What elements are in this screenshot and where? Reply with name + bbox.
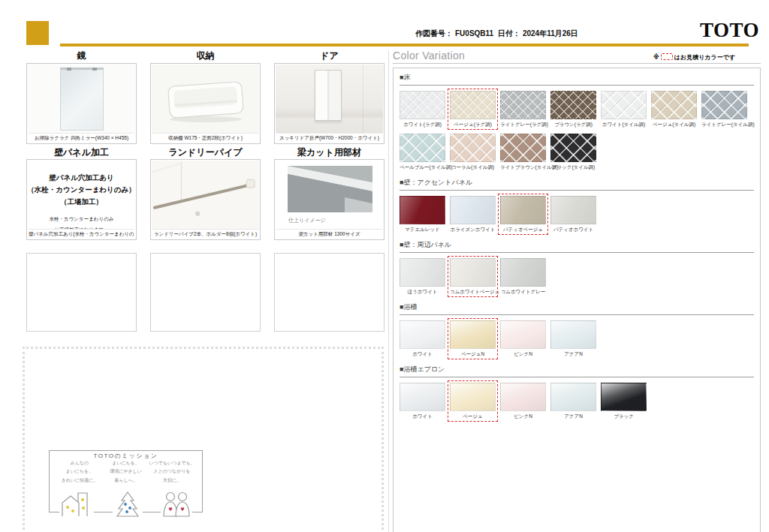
color-swatch-label: コムホワイトベージュ	[450, 289, 496, 296]
color-swatch-cell: コーラル(タイル調)	[450, 134, 496, 171]
color-swatch-cell: ホワイト	[400, 383, 445, 420]
color-swatch-label: ベージュN	[450, 351, 496, 358]
date-label: 日付：	[498, 29, 520, 38]
empty-box	[274, 253, 384, 332]
product-caption-wall-panel: 壁パネル穴加工あり(水栓・カウンターまわりのみ)	[29, 229, 134, 238]
color-swatch	[400, 196, 445, 224]
product-box-door: スッキリドア折戸(W700・H2000・ホワイト)	[274, 63, 384, 144]
header-gold-bar	[60, 44, 749, 47]
color-swatch-cell: ライトグレー(タイル調)	[701, 91, 747, 128]
people-icon	[161, 490, 192, 517]
floor-swatch-row-2: ペールブルー(タイル調)コーラル(タイル調)ライトブラウン(タイル調)ブラック(…	[400, 134, 754, 171]
mission-column-1: みんなの まいにちを、 きれいに快適に。	[56, 459, 103, 485]
color-swatch-cell: ほうホワイト	[400, 258, 445, 296]
color-swatch	[550, 383, 596, 411]
color-swatch	[400, 134, 445, 162]
cutout-area: TOTOのミッション みんなの まいにちを、 きれいに快適に。 まいにちを、 環…	[23, 347, 384, 532]
product-title-laundry-pipe: ランドリーパイプ	[150, 146, 261, 159]
color-swatch-label: コムホワイトグレー	[500, 289, 546, 296]
brand-square	[26, 21, 49, 45]
color-swatch-label: ピンクN	[500, 351, 546, 358]
beam-cut-graphic	[288, 166, 372, 212]
beam-finish-note: 仕上りイメージ	[288, 217, 326, 224]
section-rule	[400, 314, 754, 315]
color-swatch	[500, 196, 546, 224]
product-box-laundry-pipe: ランドリーパイプ2本、ホルダー8個(ホワイト)	[150, 159, 261, 240]
color-swatch-cell: ベージュN	[450, 320, 496, 358]
product-caption-mirror: お掃除ラクラク 四角ミラー(W340 × H455)	[29, 133, 134, 142]
color-swatch-label: コーラル(タイル調)	[450, 164, 496, 171]
tree-icon	[113, 490, 143, 517]
color-swatch-cell: ピンクN	[500, 320, 546, 358]
color-swatch	[651, 91, 697, 119]
bathtub-swatch-row: ホワイトベージュNピンクNアクアN	[400, 320, 754, 358]
empty-box	[26, 253, 137, 332]
color-swatch-label: ブラック	[601, 413, 647, 420]
color-swatch	[601, 91, 647, 119]
mission-line: きれいに快適に。	[56, 476, 103, 485]
storage-image	[152, 65, 259, 133]
section-rule	[400, 85, 754, 86]
section-heading-floor: ■床	[400, 73, 754, 83]
wall-panel-main-text: 壁パネル穴加工あり （水栓・カウンターまわりのみ） （工場加工）	[27, 172, 136, 208]
apron-swatch-row: ホワイトベージュピンクNアクアNブラック	[400, 383, 754, 420]
color-swatch-cell: ピンクN	[500, 383, 546, 420]
product-box-mirror: お掃除ラクラク 四角ミラー(W340 × H455)	[26, 63, 137, 144]
color-swatch	[450, 91, 496, 119]
color-swatch	[400, 320, 445, 349]
color-swatch-cell: ブラウン(ラグ調)	[550, 91, 596, 128]
empty-box	[150, 253, 261, 332]
color-swatch-cell: ライトブラウン(タイル調)	[500, 134, 546, 171]
product-caption-beam-cut: 梁カット用部材 1300サイズ	[276, 229, 382, 238]
section-heading-bathtub: ■浴槽	[400, 302, 754, 312]
section-heading-apron: ■浴槽エプロン	[400, 365, 754, 374]
color-variation-title: Color Variation	[393, 50, 465, 62]
color-swatch-label: ホライズンホワイト	[450, 227, 496, 233]
color-swatch-label: ベージュ(ラグ調)	[450, 122, 496, 128]
color-swatch-label: アクアN	[550, 413, 596, 420]
section-rule	[400, 252, 754, 253]
color-swatch-label: ブラック(タイル調)	[550, 164, 596, 171]
color-swatch-cell: ホワイト(タイル調)	[601, 91, 647, 128]
mission-column-2: まいにちを、 環境にやさしい 暮らしへ。	[103, 459, 149, 485]
color-swatch-cell: アクアN	[550, 320, 596, 358]
color-swatch	[400, 383, 445, 411]
color-swatch-label: ペールブルー(タイル調)	[400, 164, 445, 171]
color-swatch-cell: ホワイト	[400, 320, 445, 358]
color-swatch-cell: ブラック(タイル調)	[550, 134, 596, 171]
legend-text: はお見積りカラーです	[674, 54, 735, 61]
door-graphic	[315, 70, 342, 121]
color-swatch-cell: ペールブルー(タイル調)	[400, 134, 445, 171]
color-swatch	[500, 134, 546, 162]
color-swatch-cell: ライトグレー(ラグ調)	[500, 91, 546, 128]
wall-panel-note1: 水栓・カウンターまわりのみ	[27, 214, 136, 224]
legend-prefix: ※	[653, 54, 659, 61]
wall-panel-line2: （水栓・カウンターまわりのみ）	[27, 184, 136, 196]
section-rule	[400, 377, 754, 377]
color-swatch	[550, 134, 596, 162]
section-heading-accent-panel: ■壁：アクセントパネル	[400, 178, 754, 188]
mirror-image	[28, 65, 135, 133]
toto-logo: TOTO	[700, 19, 759, 42]
wall-panel-line1: 壁パネル穴加工あり	[27, 172, 136, 184]
door-image	[276, 65, 383, 133]
doc-number-value: FU0SQB11	[455, 29, 493, 38]
mission-box: TOTOのミッション みんなの まいにちを、 きれいに快適に。 まいにちを、 環…	[49, 450, 203, 512]
product-title-wall-panel: 壁パネル加工	[26, 146, 137, 159]
estimate-color-sample-box	[661, 53, 673, 60]
color-swatch-cell: コムホワイトグレー	[500, 258, 546, 296]
color-swatch	[450, 196, 496, 224]
mission-line: まいにちを、	[56, 467, 103, 476]
color-swatch-label: ライトグレー(タイル調)	[701, 122, 747, 128]
surround-panel-swatch-row: ほうホワイトコムホワイトベージュコムホワイトグレー	[400, 258, 754, 296]
color-swatch-label: ライトグレー(ラグ調)	[500, 122, 546, 128]
date-value: 2024年11月26日	[523, 29, 578, 38]
vertical-divider	[388, 51, 389, 532]
color-swatch-cell: マテエルレッド	[400, 196, 445, 233]
color-swatch-label: ホワイト	[400, 351, 445, 358]
mission-line: 環境にやさしい	[103, 467, 149, 476]
document-info: 作図番号：FU0SQB11 日付：2024年11月26日	[415, 29, 581, 39]
mission-icons	[50, 490, 202, 517]
color-swatch	[450, 320, 496, 349]
color-swatch	[500, 258, 546, 287]
